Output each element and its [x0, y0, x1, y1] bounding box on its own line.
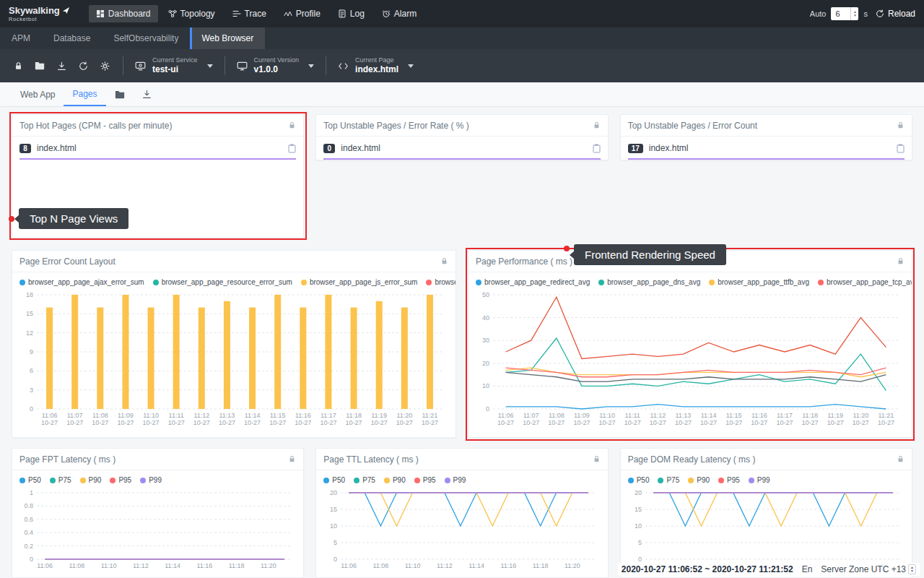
current-service-selector[interactable]: Current Service test-ui [131, 56, 217, 75]
legend-item[interactable]: browser_app_page_tcp_avg [818, 278, 912, 286]
subnav-tab-selfobservability[interactable]: SelfObservability [102, 27, 190, 49]
import-folder-button[interactable] [106, 82, 134, 106]
legend-label: P95 [727, 476, 740, 484]
reload-button[interactable]: Reload [876, 9, 915, 19]
download-tool-button[interactable] [51, 61, 72, 71]
subnav-tab-apm[interactable]: APM [0, 27, 42, 49]
tab-web-app[interactable]: Web App [12, 82, 64, 106]
legend-item[interactable]: P95 [414, 476, 436, 484]
svg-text:11:09: 11:09 [574, 412, 590, 419]
svg-text:10-27: 10-27 [422, 419, 438, 426]
lock-icon[interactable] [897, 257, 905, 265]
legend-item[interactable]: browser_app_page_redirect_avg [476, 278, 590, 286]
nav-item-alarm[interactable]: Alarm [375, 5, 424, 22]
svg-text:10-27: 10-27 [776, 419, 793, 426]
legend-dot [140, 478, 146, 483]
legend-item[interactable]: P50 [323, 476, 345, 484]
svg-text:11:12: 11:12 [193, 412, 209, 419]
clipboard-icon[interactable] [288, 144, 296, 153]
legend-item[interactable]: browser_app_page_dns_avg [598, 278, 700, 286]
subnav-tab-web-browser[interactable]: Web Browser [190, 27, 265, 49]
selector-value: index.html [355, 64, 398, 75]
lock-icon[interactable] [897, 455, 905, 463]
panel-title: Top Unstable Pages / Error Rate ( % ) [323, 121, 468, 131]
legend-item[interactable]: P90 [688, 476, 710, 484]
svg-text:3: 3 [30, 387, 33, 394]
legend-item[interactable]: P75 [658, 476, 679, 484]
selector-label: Current Page [355, 56, 398, 64]
legend-dot [628, 478, 634, 483]
svg-text:0: 0 [30, 556, 33, 563]
legend-item[interactable]: P75 [50, 476, 71, 484]
gear-icon [100, 61, 110, 71]
lock-icon[interactable] [440, 257, 448, 265]
clipboard-icon[interactable] [593, 144, 601, 153]
nav-item-dashboard[interactable]: Dashboard [89, 5, 158, 22]
svg-text:10-27: 10-27 [624, 419, 641, 426]
spinner-icon[interactable]: ▲▼ [850, 7, 858, 20]
legend-item[interactable]: P95 [718, 476, 740, 484]
export-download-button[interactable] [134, 82, 160, 106]
refresh-tool-button[interactable] [72, 61, 94, 71]
legend-item[interactable]: P95 [110, 476, 131, 484]
lock-icon[interactable] [897, 121, 905, 129]
subnav-tab-database[interactable]: Database [42, 27, 102, 49]
lock-icon[interactable] [593, 455, 601, 463]
legend-item[interactable]: P90 [80, 476, 102, 484]
legend-item[interactable]: P50 [628, 476, 650, 484]
tab-pages[interactable]: Pages [64, 82, 105, 106]
svg-text:11:21: 11:21 [879, 412, 894, 419]
panel-top-error-rate: Top Unstable Pages / Error Rate ( % ) 0 … [315, 114, 608, 160]
svg-text:0.6: 0.6 [24, 516, 33, 523]
auto-interval-input[interactable]: 6 ▲▼ [831, 7, 858, 20]
log-icon [338, 9, 346, 18]
legend-label: P95 [118, 476, 131, 484]
legend-item[interactable]: P99 [445, 476, 466, 484]
clipboard-icon[interactable] [897, 144, 905, 153]
language-toggle[interactable]: En [802, 564, 813, 574]
legend-item[interactable]: P99 [140, 476, 162, 484]
legend-dot [301, 280, 307, 285]
legend-item[interactable]: browser_app_page_js_error_sum [301, 278, 418, 286]
lock-icon[interactable] [593, 121, 601, 129]
nav-item-log[interactable]: Log [331, 5, 372, 22]
value-bar [323, 158, 600, 160]
page-list-item[interactable]: 8 index.html [12, 137, 303, 153]
svg-text:10-27: 10-27 [219, 419, 235, 426]
chart-legend: P50 P75 P90 P95 P99 [316, 470, 607, 484]
time-range[interactable]: 2020-10-27 11:06:52 ~ 2020-10-27 11:21:5… [622, 564, 793, 574]
server-zone-control[interactable]: Server Zone UTC +13 ▲▼ [821, 564, 916, 574]
legend-item[interactable]: browser_a... [426, 278, 456, 286]
nav-item-trace[interactable]: Trace [225, 5, 274, 22]
legend-item[interactable]: P99 [749, 476, 770, 484]
legend-item[interactable]: P90 [384, 476, 406, 484]
folder-icon [115, 90, 125, 99]
legend-item[interactable]: browser_app_page_ajax_error_sum [19, 278, 144, 286]
folder-tool-button[interactable] [29, 61, 51, 70]
svg-text:0.2: 0.2 [24, 543, 33, 550]
current-version-selector[interactable]: Current Version v1.0.0 [232, 56, 319, 75]
svg-text:11:14: 11:14 [245, 412, 261, 419]
zone-spinner-icon[interactable]: ▲▼ [908, 564, 916, 574]
nav-item-profile[interactable]: Profile [276, 5, 328, 22]
current-page-selector[interactable]: Current Page index.html [334, 56, 418, 75]
legend-item[interactable]: P50 [19, 476, 41, 484]
page-list-item[interactable]: 0 index.html [316, 137, 607, 153]
page-list-item[interactable]: 17 index.html [621, 137, 912, 153]
legend-label: P90 [697, 476, 710, 484]
lock-icon[interactable] [288, 121, 296, 129]
legend-item[interactable]: browser_app_page_resource_error_sum [153, 278, 292, 286]
nav-item-topology[interactable]: Topology [161, 5, 222, 22]
lock-tool-button[interactable] [7, 61, 29, 71]
monitor-icon [237, 61, 248, 71]
settings-tool-button[interactable] [94, 61, 116, 71]
legend-item[interactable]: browser_app_page_ttfb_avg [709, 278, 809, 286]
brand[interactable]: Skywalking Rocketbot [9, 6, 70, 22]
svg-text:0: 0 [334, 556, 337, 563]
auto-interval-value[interactable]: 6 [831, 7, 850, 20]
dashboard-icon [96, 9, 105, 18]
download-icon [57, 61, 66, 71]
legend-item[interactable]: P75 [354, 476, 375, 484]
chart-legend: browser_app_page_ajax_error_sum browser_… [12, 272, 456, 286]
lock-icon[interactable] [288, 455, 296, 463]
